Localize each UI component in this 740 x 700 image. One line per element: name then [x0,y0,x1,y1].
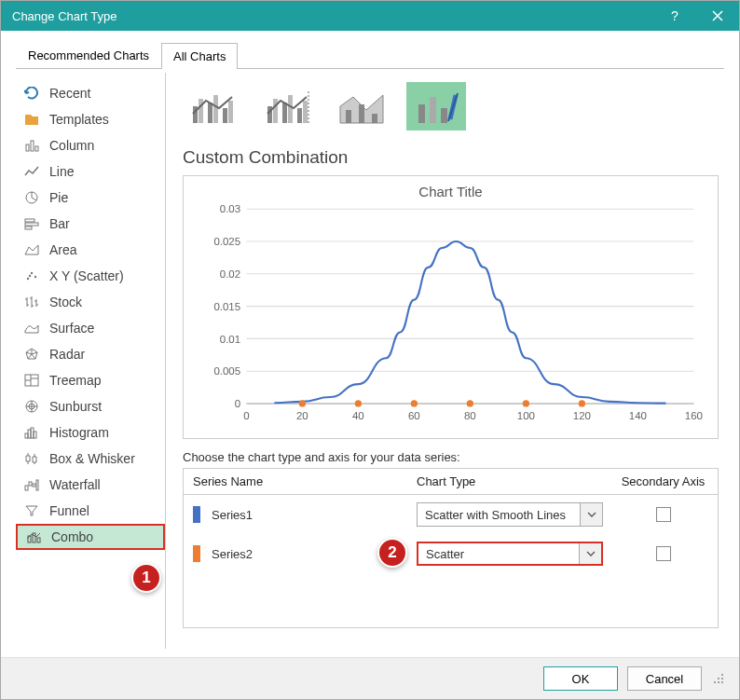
sidebar-item-treemap[interactable]: Treemap [16,367,165,393]
chart-preview-title: Chart Title [193,184,708,199]
series-table-header: Series Name Chart Type Secondary Axis [184,469,718,495]
series-name-label: Series1 [212,508,253,522]
close-icon [712,10,723,21]
chevron-down-icon [580,503,602,526]
sidebar-item-label: Recent [49,86,90,101]
sidebar-item-label: Box & Whisker [49,451,135,466]
dialog-footer: OK Cancel [1,658,739,699]
area-icon [23,241,40,258]
callout-1: 1 [131,563,161,593]
gallery-item-stacked-area-column[interactable] [332,82,391,130]
chart-type-select-series2[interactable]: Scatter [417,542,603,566]
line-icon [23,163,40,180]
svg-point-71 [523,400,529,406]
gallery-item-clustered-column-line[interactable] [183,82,242,130]
svg-rect-37 [346,110,351,123]
sidebar-item-waterfall[interactable]: Waterfall [16,472,165,498]
tab-recommended-charts[interactable]: Recommended Charts [16,42,161,68]
svg-text:0.025: 0.025 [213,236,240,247]
sidebar-item-radar[interactable]: Radar [16,341,165,367]
gallery-item-clustered-column-line-secondary[interactable] [257,82,317,130]
secondary-axis-checkbox-series2[interactable] [656,546,671,561]
sidebar-item-surface[interactable]: Surface [16,315,165,341]
series-table: Series Name Chart Type Secondary Axis Se… [183,468,719,628]
sidebar-item-bar[interactable]: Bar [16,211,165,237]
sidebar-item-label: Column [49,138,94,153]
radar-icon [23,346,40,363]
secondary-axis-checkbox-series1[interactable] [656,507,671,522]
svg-point-73 [721,674,723,676]
titlebar: Change Chart Type ? [1,1,739,31]
column-icon [23,137,40,154]
cancel-button[interactable]: Cancel [627,666,702,691]
svg-text:140: 140 [629,410,647,421]
sunburst-icon [23,398,40,415]
svg-text:0.03: 0.03 [220,203,240,214]
sidebar-item-column[interactable]: Column [16,132,165,158]
series-swatch [193,506,200,523]
sidebar-item-area[interactable]: Area [16,237,165,263]
svg-text:0.01: 0.01 [220,334,240,345]
sidebar-item-box-whisker[interactable]: Box & Whisker [16,446,165,472]
combo-icon [25,528,42,545]
titlebar-title: Change Chart Type [12,9,117,23]
sidebar-item-stock[interactable]: Stock [16,289,165,315]
header-chart-type: Chart Type [407,469,609,494]
svg-point-7 [27,278,29,280]
tab-all-charts[interactable]: All Charts [161,43,238,69]
header-series-name: Series Name [184,469,407,494]
sidebar-item-label: Line [49,164,74,179]
sidebar-item-scatter[interactable]: X Y (Scatter) [16,263,165,289]
sidebar-item-label: Stock [49,295,82,309]
gallery-item-custom-combination[interactable] [406,82,466,130]
series-row: Series2 2 Scatter [184,534,718,573]
svg-point-76 [714,681,716,683]
ok-button[interactable]: OK [543,666,618,691]
svg-rect-36 [303,101,308,123]
sidebar-item-label: Waterfall [49,477,101,492]
close-button[interactable] [696,1,739,31]
surface-icon [23,320,40,336]
svg-rect-27 [208,103,212,123]
treemap-icon [23,372,40,389]
svg-rect-28 [213,95,218,123]
sidebar-item-line[interactable]: Line [16,158,165,185]
sidebar-item-label: Treemap [49,373,102,388]
help-button[interactable]: ? [653,1,696,31]
sidebar-item-label: X Y (Scatter) [49,268,124,283]
svg-point-78 [721,681,723,683]
svg-text:60: 60 [408,410,420,421]
svg-rect-17 [34,432,36,438]
sidebar-item-label: Histogram [49,425,109,440]
sidebar-item-combo[interactable]: Combo [16,524,165,550]
sidebar-item-pie[interactable]: Pie [16,185,165,211]
sidebar-item-funnel[interactable]: Funnel [16,498,165,524]
combo-gallery [183,82,719,130]
chart-canvas: 00.0050.010.0150.020.0250.03020406080100… [193,203,708,427]
sidebar-item-templates[interactable]: Templates [16,106,165,132]
svg-point-69 [411,400,418,406]
chart-preview: Chart Title 00.0050.010.0150.020.0250.03… [183,175,719,439]
sidebar-item-label: Bar [49,216,70,231]
sidebar-item-label: Pie [49,190,68,205]
svg-rect-40 [418,104,425,123]
resize-grip-icon [713,673,724,684]
svg-point-77 [718,681,719,683]
svg-point-8 [31,272,33,274]
svg-text:0.015: 0.015 [213,301,240,312]
sidebar-item-recent[interactable]: Recent [16,80,165,106]
section-title: Custom Combination [183,147,719,168]
sidebar-item-histogram[interactable]: Histogram [16,419,165,446]
sidebar-item-sunburst[interactable]: Sunburst [16,393,165,419]
svg-rect-33 [282,103,287,123]
svg-rect-5 [25,223,38,226]
svg-point-67 [299,400,306,406]
svg-rect-1 [31,141,34,151]
svg-rect-2 [35,146,38,151]
svg-rect-30 [228,101,233,123]
svg-text:40: 40 [352,410,364,421]
chart-type-select-series1[interactable]: Scatter with Smooth Lines [417,502,603,527]
sidebar-item-label: Funnel [49,503,89,518]
dialog-body: Recommended Charts All Charts Recent Tem… [1,31,739,658]
svg-text:80: 80 [464,410,476,421]
